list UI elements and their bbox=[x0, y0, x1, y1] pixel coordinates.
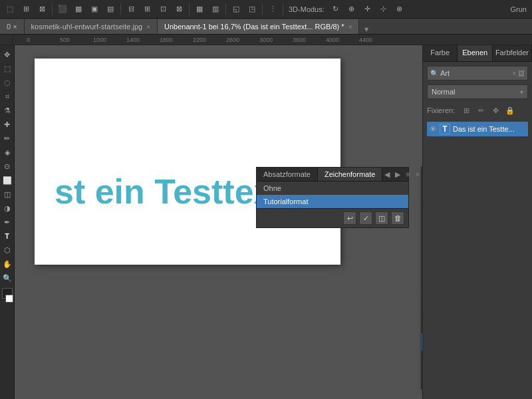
footer-undo-btn[interactable]: ↩ bbox=[343, 211, 356, 225]
tab-1-label: kosmetik-uhl-entwurf-startseite.jpg bbox=[31, 23, 143, 31]
menu-item-load-defaults[interactable]: Standardschriftstile laden bbox=[422, 316, 422, 333]
grunge-label: Grun bbox=[508, 5, 529, 13]
fixieren-icon-lock[interactable]: ⊞ bbox=[460, 104, 472, 116]
tool-pen[interactable]: ✒ bbox=[1, 215, 14, 229]
toolbar-icon-15[interactable]: ◳ bbox=[245, 2, 259, 17]
tab-absatzformate[interactable]: Absatzformate bbox=[257, 168, 318, 181]
fixieren-icon-brush[interactable]: ✥ bbox=[489, 104, 501, 116]
toolbar-icon-11[interactable]: ⊠ bbox=[172, 2, 186, 17]
tab-1[interactable]: kosmetik-uhl-entwurf-startseite.jpg × bbox=[25, 19, 158, 34]
tab-more[interactable]: ▾ bbox=[359, 25, 374, 34]
search-clear-icon[interactable]: × bbox=[512, 70, 516, 77]
panel-scroll-right[interactable]: ▶ bbox=[393, 169, 402, 180]
tab-2[interactable]: Unbenannt-1 bei 16,7% (Das ist ein Testt… bbox=[158, 19, 360, 34]
right-tab-farbfelder[interactable]: Farbfelder bbox=[493, 45, 532, 61]
tool-hand[interactable]: ✋ bbox=[1, 257, 14, 271]
menu-item-redefine[interactable]: Format neu definieren bbox=[422, 257, 422, 275]
right-tab-ebenen[interactable]: Ebenen bbox=[458, 45, 492, 61]
search-input[interactable] bbox=[440, 69, 510, 77]
threed-label: 3D-Modus: bbox=[286, 5, 327, 13]
right-tab-farbe[interactable]: Farbe bbox=[423, 45, 458, 61]
toolbar-icon-13[interactable]: ▥ bbox=[208, 2, 223, 17]
toolbar-icon-7[interactable]: ▤ bbox=[103, 2, 118, 17]
main-area: ✥ ⬚ ◌ ⌗ ⚗ ✚ ✏ ◈ ⊙ ⬜ ◫ ◑ ✒ T ⬡ ✋ 🔍 st ein… bbox=[0, 45, 532, 399]
tool-eraser[interactable]: ⬜ bbox=[1, 174, 14, 187]
search-image-icon[interactable]: 🖼 bbox=[518, 70, 525, 77]
toolbar-icon-2[interactable]: ⊞ bbox=[19, 2, 33, 17]
fixieren-icon-move[interactable]: ✏ bbox=[475, 104, 487, 116]
menu-item-close-group[interactable]: Registerkartengruppe schließen bbox=[422, 371, 422, 388]
search-row[interactable]: 🔍 × 🖼 bbox=[427, 66, 528, 80]
toolbar-icon-3[interactable]: ⊠ bbox=[35, 2, 49, 17]
toolbar-icon-5[interactable]: ▦ bbox=[71, 2, 86, 17]
tool-brush[interactable]: ✏ bbox=[1, 132, 14, 145]
ruler-tick-10: 4400 bbox=[359, 37, 392, 43]
tab-0[interactable]: 0 × bbox=[0, 19, 25, 34]
tool-clone[interactable]: ◈ bbox=[1, 146, 14, 159]
ruler-tick-4: 1800 bbox=[160, 37, 193, 43]
footer-new-btn[interactable]: ◫ bbox=[375, 211, 388, 225]
toolbar-icon-8[interactable]: ⊟ bbox=[124, 2, 138, 17]
layer-type-icon: T bbox=[440, 124, 450, 134]
menu-item-duplicate[interactable]: Format duplizieren bbox=[422, 205, 422, 223]
menu-item-clear-override: Überschreibung löschen bbox=[422, 295, 422, 313]
tool-zoom[interactable]: 🔍 bbox=[1, 271, 14, 285]
blend-mode-dropdown[interactable]: Normal ▾ bbox=[427, 84, 528, 99]
layer-row[interactable]: 👁 T Das ist ein Testte... bbox=[427, 122, 528, 136]
toolbar-icon-12[interactable]: ▦ bbox=[192, 2, 207, 17]
footer-delete-btn[interactable]: 🗑 bbox=[391, 211, 404, 225]
right-tab-farbfelder-label: Farbfelder bbox=[495, 49, 529, 57]
menu-item-formatoptions[interactable]: Formatoptionen... bbox=[422, 185, 422, 202]
layer-visibility-icon[interactable]: 👁 bbox=[430, 125, 437, 133]
ruler-tick-3: 1400 bbox=[126, 37, 160, 43]
panel-menu-btn[interactable]: ≡ bbox=[404, 169, 412, 180]
menu-sep-2 bbox=[422, 293, 422, 294]
top-toolbar: ⬚ ⊞ ⊠ ⬛ ▦ ▣ ▤ ⊟ ⊞ ⊡ ⊠ ▦ ▥ ◱ ◳ ⋮ 3D-Modus… bbox=[0, 0, 532, 19]
tool-crop[interactable]: ⌗ bbox=[1, 90, 14, 103]
ruler-tick-1: 500 bbox=[60, 37, 93, 43]
tool-dodge[interactable]: ◑ bbox=[1, 201, 14, 215]
right-panel: Farbe Ebenen Farbfelder 🔍 × 🖼 Normal ▾ bbox=[422, 45, 532, 399]
tab-1-close[interactable]: × bbox=[146, 23, 150, 31]
ruler-tick-6: 2600 bbox=[226, 37, 259, 43]
toolbar-icon-1[interactable]: ⬚ bbox=[3, 2, 17, 17]
menu-item-close[interactable]: Schließen bbox=[422, 354, 422, 371]
tool-path[interactable]: ⬡ bbox=[1, 243, 14, 257]
tab-absatz-label: Absatzformate bbox=[263, 170, 311, 178]
threed-icon-2[interactable]: ⊕ bbox=[344, 2, 359, 17]
toolbar-icon-6[interactable]: ▣ bbox=[87, 2, 102, 17]
format-item-tutorial[interactable]: Tutorialformat bbox=[257, 195, 408, 208]
menu-item-new[interactable]: Neues Zeichenformat bbox=[422, 168, 422, 185]
menu-item-save-defaults[interactable]: Standardschriftstile speichern bbox=[422, 333, 422, 350]
threed-icon-3[interactable]: ✛ bbox=[360, 2, 375, 17]
panel-scroll-left[interactable]: ◀ bbox=[382, 169, 392, 180]
menu-item-load[interactable]: Zeichenformate laden... bbox=[422, 275, 422, 292]
format-item-ohne[interactable]: Ohne bbox=[257, 182, 408, 195]
toolbar-icon-9[interactable]: ⊞ bbox=[140, 2, 154, 17]
threed-icon-5[interactable]: ⊗ bbox=[392, 2, 407, 17]
tool-move[interactable]: ✥ bbox=[1, 48, 14, 61]
tool-history[interactable]: ⊙ bbox=[1, 160, 14, 173]
tool-heal[interactable]: ✚ bbox=[1, 118, 14, 131]
ruler-tick-9: 4000 bbox=[326, 37, 359, 43]
background-color[interactable] bbox=[5, 295, 13, 303]
menu-item-delete[interactable]: Format löschen bbox=[422, 223, 422, 240]
fixieren-icon-all[interactable]: 🔒 bbox=[504, 104, 516, 116]
footer-apply-btn[interactable]: ✓ bbox=[359, 211, 372, 225]
tool-eyedrop[interactable]: ⚗ bbox=[1, 104, 14, 117]
tab-2-close[interactable]: × bbox=[348, 23, 352, 31]
tool-select[interactable]: ⬚ bbox=[1, 62, 14, 75]
toolbar-icon-4[interactable]: ⬛ bbox=[55, 2, 70, 17]
tool-lasso[interactable]: ◌ bbox=[1, 76, 14, 89]
tab-zeichenformate[interactable]: Zeichenformate bbox=[318, 168, 382, 181]
menu-item-rename[interactable]: Stil umbenennen bbox=[422, 240, 422, 257]
ruler-tick-7: 3000 bbox=[259, 37, 293, 43]
toolbar-icon-16[interactable]: ⋮ bbox=[265, 2, 280, 17]
canvas-area[interactable]: st ein Testtext. Absatzformate Zeichenfo… bbox=[15, 45, 422, 399]
toolbar-icon-14[interactable]: ◱ bbox=[229, 2, 243, 17]
tool-gradient[interactable]: ◫ bbox=[1, 188, 14, 201]
tool-text[interactable]: T bbox=[1, 229, 14, 243]
toolbar-icon-10[interactable]: ⊡ bbox=[156, 2, 170, 17]
threed-icon-1[interactable]: ↻ bbox=[329, 2, 343, 17]
threed-icon-4[interactable]: ⊹ bbox=[376, 2, 391, 17]
